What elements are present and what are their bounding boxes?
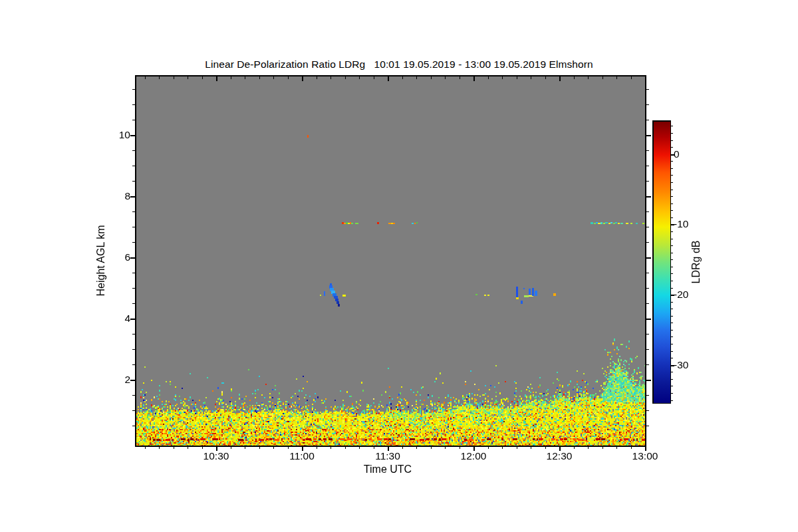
y-tick-label: 2 [97,373,130,386]
x-axis-label: Time UTC [348,464,428,475]
x-tick-label: 12:30 [543,450,576,463]
colorbar-tick-label: -30 [674,358,703,372]
heatmap-plot-area [136,76,645,446]
x-tick-label: 12:00 [457,450,490,463]
colorbar-tick-label: -20 [674,288,703,301]
y-tick-label: 10 [97,128,130,142]
y-tick-label: 6 [97,251,130,264]
ldr-time-height-figure: Linear De-Polarization Ratio LDRg 10:01 … [0,0,798,532]
colorbar-gradient [653,121,671,404]
x-tick-label: 11:00 [285,450,319,463]
colorbar-tick-label: -10 [674,217,703,231]
x-tick-label: 10:30 [200,450,233,463]
x-tick-label: 11:30 [371,450,404,463]
colorbar-axis-label: LDRg dB [690,235,702,289]
x-tick-label: 13:00 [628,450,662,463]
y-tick-label: 4 [97,312,130,325]
chart-title: Linear De-Polarization Ratio LDRg 10:01 … [0,59,798,70]
colorbar-tick-label: 0 [674,148,703,161]
y-tick-label: 8 [97,190,130,203]
